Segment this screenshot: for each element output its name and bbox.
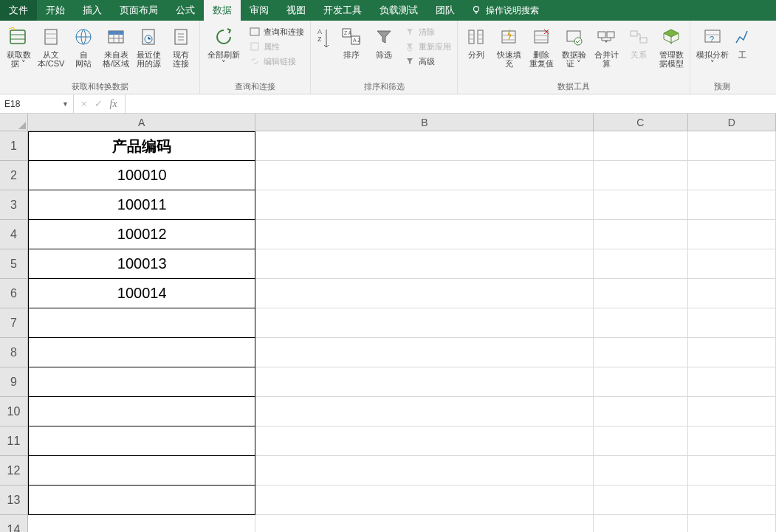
clear-filter-button[interactable]: 清除 xyxy=(401,25,454,38)
cell-C10[interactable] xyxy=(594,397,687,426)
row-header-7[interactable]: 7 xyxy=(0,308,28,338)
row-header-8[interactable]: 8 xyxy=(0,338,28,367)
cell-B5[interactable] xyxy=(255,249,594,279)
sort-az-button[interactable]: AZ xyxy=(314,22,334,55)
cell-A9[interactable] xyxy=(28,367,255,397)
cell-D8[interactable] xyxy=(688,338,776,367)
confirm-icon[interactable]: ✓ xyxy=(95,98,103,109)
cell-C6[interactable] xyxy=(594,279,687,308)
tell-me-search[interactable]: 操作说明搜索 xyxy=(464,0,546,21)
cell-B4[interactable] xyxy=(255,220,594,249)
row-header-6[interactable]: 6 xyxy=(0,279,28,308)
from-web-button[interactable]: 自 网站 xyxy=(68,22,99,68)
tab-insert[interactable]: 插入 xyxy=(74,0,111,21)
cell-C8[interactable] xyxy=(594,338,687,367)
cell-B6[interactable] xyxy=(255,279,594,308)
tab-review[interactable]: 审阅 xyxy=(241,0,278,21)
advanced-filter-button[interactable]: 高级 xyxy=(401,55,454,68)
cell-A3[interactable]: 100011 xyxy=(28,190,255,220)
from-csv-button[interactable]: 从文 本/CSV xyxy=(35,22,66,68)
name-box-dropdown-icon[interactable]: ▼ xyxy=(62,100,69,108)
text-to-columns-button[interactable]: 分列 xyxy=(461,22,492,59)
properties-button[interactable]: 属性 xyxy=(246,40,307,53)
cell-A5[interactable]: 100013 xyxy=(28,249,255,279)
row-header-11[interactable]: 11 xyxy=(0,426,28,456)
cell-C4[interactable] xyxy=(594,220,687,249)
cell-C1[interactable] xyxy=(594,131,687,161)
cell-D14[interactable] xyxy=(688,515,776,532)
edit-links-button[interactable]: 编辑链接 xyxy=(246,55,307,68)
row-header-12[interactable]: 12 xyxy=(0,456,28,486)
col-header-A[interactable]: A xyxy=(28,114,255,131)
cell-C13[interactable] xyxy=(594,486,687,515)
from-table-button[interactable]: 来自表 格/区域 xyxy=(100,22,131,68)
cell-D10[interactable] xyxy=(688,397,776,426)
cell-D11[interactable] xyxy=(688,426,776,456)
cell-B10[interactable] xyxy=(255,397,594,426)
cell-C3[interactable] xyxy=(594,190,687,220)
cell-C2[interactable] xyxy=(594,161,687,190)
manage-model-button[interactable]: 管理数 据模型 xyxy=(656,22,687,68)
recent-sources-button[interactable]: 最近使 用的源 xyxy=(133,22,164,68)
cell-D9[interactable] xyxy=(688,367,776,397)
cell-C11[interactable] xyxy=(594,426,687,456)
cell-C12[interactable] xyxy=(594,456,687,486)
cell-D12[interactable] xyxy=(688,456,776,486)
cells-grid[interactable]: 产品编码100010100011100012100013100014 xyxy=(28,131,776,532)
cell-B3[interactable] xyxy=(255,190,594,220)
row-header-9[interactable]: 9 xyxy=(0,367,28,397)
row-header-10[interactable]: 10 xyxy=(0,397,28,426)
cell-A7[interactable] xyxy=(28,308,255,338)
col-header-D[interactable]: D xyxy=(688,114,776,131)
cell-B7[interactable] xyxy=(255,308,594,338)
cell-D13[interactable] xyxy=(688,486,776,515)
cell-B13[interactable] xyxy=(255,486,594,515)
cell-A12[interactable] xyxy=(28,456,255,486)
remove-dup-button[interactable]: 删除 重复值 xyxy=(526,22,557,68)
cell-B9[interactable] xyxy=(255,367,594,397)
cell-D2[interactable] xyxy=(688,161,776,190)
cell-C14[interactable] xyxy=(594,515,687,532)
forecast-sheet-button[interactable]: 工 xyxy=(733,22,751,59)
cell-C5[interactable] xyxy=(594,249,687,279)
existing-connections-button[interactable]: 现有 连接 xyxy=(165,22,196,68)
cell-A8[interactable] xyxy=(28,338,255,367)
cell-B14[interactable] xyxy=(255,515,594,532)
tab-dev[interactable]: 开发工具 xyxy=(315,0,371,21)
col-header-B[interactable]: B xyxy=(255,114,594,131)
sort-button[interactable]: Z AA Z 排序 xyxy=(336,22,367,59)
cancel-icon[interactable]: × xyxy=(81,98,87,109)
cell-A2[interactable]: 100010 xyxy=(28,161,255,190)
cell-B11[interactable] xyxy=(255,426,594,456)
cell-D3[interactable] xyxy=(688,190,776,220)
relationships-button[interactable]: 关系 xyxy=(623,22,654,59)
refresh-all-button[interactable]: 全部刷新 ˅ xyxy=(203,22,244,68)
cell-A13[interactable] xyxy=(28,486,255,515)
whatif-button[interactable]: ? 模拟分析 ˅ xyxy=(693,22,732,68)
get-data-button[interactable]: 获取数 据 ˅ xyxy=(3,22,34,68)
tab-formulas[interactable]: 公式 xyxy=(167,0,204,21)
cell-D7[interactable] xyxy=(688,308,776,338)
flash-fill-button[interactable]: 快速填充 xyxy=(493,22,524,68)
row-header-5[interactable]: 5 xyxy=(0,249,28,279)
tab-team[interactable]: 团队 xyxy=(427,0,464,21)
row-header-3[interactable]: 3 xyxy=(0,190,28,220)
cell-D4[interactable] xyxy=(688,220,776,249)
row-header-14[interactable]: 14 xyxy=(0,515,28,532)
cell-B12[interactable] xyxy=(255,456,594,486)
row-header-4[interactable]: 4 xyxy=(0,220,28,249)
cell-B2[interactable] xyxy=(255,161,594,190)
cell-A14[interactable] xyxy=(28,515,255,532)
row-header-13[interactable]: 13 xyxy=(0,486,28,515)
cell-A11[interactable] xyxy=(28,426,255,456)
name-box[interactable]: E18 ▼ xyxy=(0,94,74,113)
tab-data[interactable]: 数据 xyxy=(204,0,241,21)
consolidate-button[interactable]: 合并计算 xyxy=(591,22,622,68)
cell-A6[interactable]: 100014 xyxy=(28,279,255,308)
data-validation-button[interactable]: 数据验 证 ˅ xyxy=(558,22,589,68)
formula-input[interactable] xyxy=(126,94,776,113)
cell-A4[interactable]: 100012 xyxy=(28,220,255,249)
fx-icon[interactable]: fx xyxy=(110,98,117,110)
cell-D6[interactable] xyxy=(688,279,776,308)
tab-file[interactable]: 文件 xyxy=(0,0,37,21)
